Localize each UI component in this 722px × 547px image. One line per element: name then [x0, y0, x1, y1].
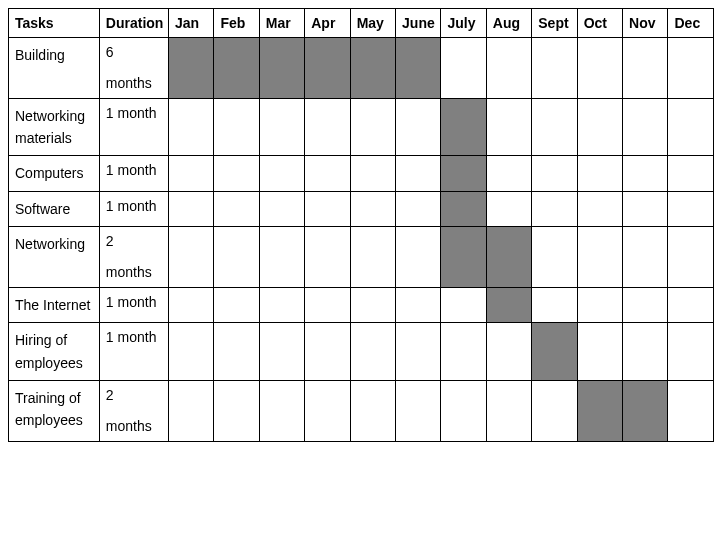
gantt-cell [532, 287, 577, 322]
gantt-cell [441, 156, 486, 191]
duration-cell: 1 month [99, 323, 168, 381]
gantt-cell [169, 191, 214, 226]
gantt-cell [486, 98, 531, 156]
gantt-cell [214, 191, 259, 226]
gantt-cell [396, 323, 441, 381]
gantt-cell [396, 156, 441, 191]
gantt-cell [441, 227, 486, 288]
gantt-cell [259, 98, 304, 156]
gantt-cell [396, 38, 441, 99]
header-month: Feb [214, 9, 259, 38]
header-month: May [350, 9, 395, 38]
gantt-cell [532, 227, 577, 288]
header-duration: Duration [99, 9, 168, 38]
gantt-cell [396, 191, 441, 226]
gantt-cell [668, 98, 714, 156]
duration-cell: 1 month [99, 287, 168, 322]
duration-cell: 2months [99, 380, 168, 441]
gantt-cell [577, 98, 622, 156]
gantt-cell [577, 38, 622, 99]
table-row: The Internet1 month [9, 287, 714, 322]
gantt-cell [350, 323, 395, 381]
duration-cell: 2months [99, 227, 168, 288]
gantt-cell [623, 156, 668, 191]
gantt-cell [441, 98, 486, 156]
gantt-cell [441, 380, 486, 441]
duration-cell: 1 month [99, 98, 168, 156]
gantt-cell [350, 287, 395, 322]
gantt-cell [441, 191, 486, 226]
gantt-cell [259, 191, 304, 226]
task-cell: Networking [9, 227, 100, 288]
table-row: Computers 1 month [9, 156, 714, 191]
table-row: Building6months [9, 38, 714, 99]
gantt-cell [305, 156, 350, 191]
task-cell: Software [9, 191, 100, 226]
gantt-cell [577, 287, 622, 322]
gantt-cell [441, 287, 486, 322]
gantt-cell [169, 227, 214, 288]
gantt-cell [532, 191, 577, 226]
gantt-cell [305, 191, 350, 226]
gantt-cell [486, 227, 531, 288]
gantt-cell [214, 323, 259, 381]
gantt-cell [486, 323, 531, 381]
header-month: Mar [259, 9, 304, 38]
task-cell: The Internet [9, 287, 100, 322]
gantt-cell [259, 227, 304, 288]
gantt-cell [486, 380, 531, 441]
gantt-cell [577, 227, 622, 288]
gantt-cell [305, 287, 350, 322]
gantt-cell [169, 156, 214, 191]
header-month: June [396, 9, 441, 38]
gantt-cell [396, 98, 441, 156]
duration-cell: 6months [99, 38, 168, 99]
gantt-cell [214, 287, 259, 322]
gantt-cell [350, 380, 395, 441]
table-row: Networking2months [9, 227, 714, 288]
gantt-cell [577, 323, 622, 381]
gantt-cell [305, 323, 350, 381]
gantt-cell [350, 98, 395, 156]
gantt-cell [668, 156, 714, 191]
gantt-cell [623, 380, 668, 441]
gantt-cell [668, 38, 714, 99]
header-month: Apr [305, 9, 350, 38]
gantt-cell [396, 227, 441, 288]
gantt-cell [396, 287, 441, 322]
gantt-cell [214, 38, 259, 99]
gantt-cell [214, 227, 259, 288]
gantt-cell [305, 227, 350, 288]
header-month: Dec [668, 9, 714, 38]
gantt-cell [169, 287, 214, 322]
header-month: July [441, 9, 486, 38]
gantt-cell [486, 156, 531, 191]
gantt-cell [623, 323, 668, 381]
gantt-cell [441, 38, 486, 99]
task-cell: Training of employees [9, 380, 100, 441]
gantt-cell [259, 38, 304, 99]
gantt-cell [214, 380, 259, 441]
gantt-cell [305, 380, 350, 441]
gantt-cell [259, 287, 304, 322]
gantt-cell [668, 287, 714, 322]
task-cell: Networking materials [9, 98, 100, 156]
duration-cell: 1 month [99, 156, 168, 191]
gantt-cell [259, 156, 304, 191]
task-cell: Building [9, 38, 100, 99]
header-month: Nov [623, 9, 668, 38]
gantt-cell [577, 191, 622, 226]
gantt-cell [623, 191, 668, 226]
gantt-cell [169, 98, 214, 156]
gantt-cell [577, 156, 622, 191]
gantt-cell [441, 323, 486, 381]
gantt-cell [532, 323, 577, 381]
gantt-cell [305, 38, 350, 99]
gantt-cell [214, 156, 259, 191]
gantt-cell [623, 227, 668, 288]
header-tasks: Tasks [9, 9, 100, 38]
header-month: Sept [532, 9, 577, 38]
task-cell: Computers [9, 156, 100, 191]
header-month: Jan [169, 9, 214, 38]
gantt-cell [668, 380, 714, 441]
